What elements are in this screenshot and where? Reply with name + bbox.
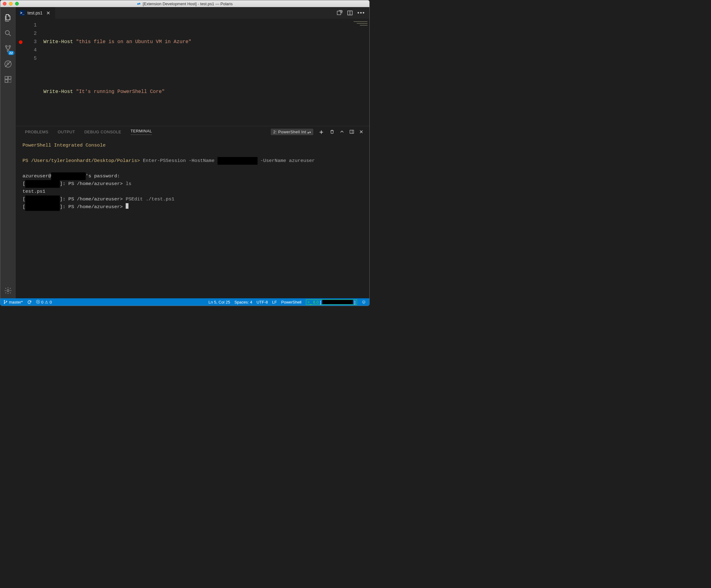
panel-up-icon[interactable] — [340, 129, 344, 134]
kill-terminal-icon[interactable] — [330, 129, 335, 135]
eol-status[interactable]: LF — [272, 300, 277, 304]
window-title: ⇌ [Extension Development Host] - test.ps… — [0, 2, 369, 6]
code-token: "It's running PowerShell Core" — [76, 89, 165, 94]
svg-rect-16 — [350, 130, 354, 134]
redacted-hostname: xxxxxxxxxxxxxx — [217, 157, 258, 165]
titlebar: ⇌ [Extension Development Host] - test.ps… — [0, 0, 369, 7]
terminal-header: PowerShell Integrated Console — [22, 142, 106, 148]
activity-bar: 22 — [0, 7, 16, 298]
encoding-status[interactable]: UTF-8 — [257, 300, 268, 304]
panel-maximize-icon[interactable] — [349, 129, 354, 134]
prompt-icon: >_ — [307, 300, 312, 304]
tab-test-ps1[interactable]: >_ test.ps1 ✕ — [16, 7, 55, 19]
terminal-cursor — [126, 203, 128, 209]
svg-point-0 — [5, 30, 9, 35]
line-number: 3 — [34, 39, 37, 45]
extensions-icon[interactable] — [0, 72, 16, 87]
ps-version-label: 6.0 — [313, 300, 319, 304]
zoom-window-button[interactable] — [15, 2, 19, 5]
editor-group: >_ test.ps1 ✕ ••• 1 — [16, 7, 369, 298]
sync-icon[interactable] — [27, 300, 32, 304]
split-editor-icon[interactable] — [347, 10, 353, 16]
window-title-text: [Extension Development Host] - test.ps1 … — [143, 2, 233, 6]
svg-point-2 — [5, 46, 7, 47]
terminal-command: Enter-PSSession -HostName xxxxxxxxxxxxxx… — [143, 158, 315, 163]
svg-line-6 — [5, 61, 11, 67]
redacted-host: xxxxxxxxxxxx — [25, 180, 60, 188]
svg-point-18 — [4, 300, 5, 301]
language-mode[interactable]: PowerShell — [281, 300, 302, 304]
cursor-position[interactable]: Ln 5, Col 25 — [209, 300, 230, 304]
terminal-selector-label: 2: PowerShell Int — [273, 130, 306, 134]
code-content[interactable]: Write-Host "this file is on an Ubuntu VM… — [43, 19, 352, 126]
svg-rect-9 — [5, 80, 8, 83]
powershell-file-icon: >_ — [19, 10, 25, 16]
powershell-version[interactable]: >_ 6.0 [] — [306, 299, 357, 305]
tab-bar: >_ test.ps1 ✕ ••• — [16, 7, 369, 19]
tab-label: test.ps1 — [27, 10, 43, 15]
close-window-button[interactable] — [3, 2, 6, 5]
error-icon: ⓧ — [36, 299, 40, 305]
line-number: 1 — [16, 21, 37, 29]
more-actions-icon[interactable]: ••• — [357, 10, 365, 16]
tab-terminal[interactable]: TERMINAL — [131, 129, 152, 135]
tab-debug-console[interactable]: DEBUG CONSOLE — [84, 130, 121, 134]
panel-tabs: PROBLEMS OUTPUT DEBUG CONSOLE TERMINAL 2… — [16, 126, 369, 137]
svg-rect-7 — [5, 76, 8, 79]
close-tab-icon[interactable]: ✕ — [45, 10, 51, 16]
problems-status[interactable]: ⓧ0 ⚠0 — [36, 299, 52, 305]
svg-point-20 — [6, 301, 7, 302]
terminal-selector[interactable]: 2: PowerShell Int ▴▾ — [271, 129, 313, 135]
error-count: 0 — [41, 300, 43, 304]
terminal-content[interactable]: PowerShell Integrated Console PS /Users/… — [16, 137, 369, 298]
prompt-path: PS /Users/tylerleonhardt/Desktop/Polaris… — [22, 158, 140, 163]
line-number: 5 — [16, 54, 37, 63]
vscode-icon: ⇌ — [137, 2, 141, 6]
warning-count: 0 — [49, 300, 52, 304]
debug-icon[interactable] — [0, 56, 16, 72]
tab-output[interactable]: OUTPUT — [58, 130, 75, 134]
source-control-icon[interactable]: 22 — [0, 41, 16, 56]
redacted-host: xxxxxxxxxxxx — [25, 196, 60, 203]
ls-output: test.ps1 — [22, 189, 45, 194]
settings-gear-icon[interactable] — [0, 283, 16, 298]
terminal-command: PSEdit ./test.ps1 — [126, 197, 174, 202]
redacted-version-detail — [322, 300, 353, 304]
password-prompt: azureuser@xxxxxxxxxxxx's password: — [22, 173, 120, 179]
svg-rect-8 — [8, 76, 11, 79]
app-window: ⇌ [Extension Development Host] - test.ps… — [0, 0, 370, 306]
diff-icon[interactable] — [337, 10, 343, 16]
svg-line-1 — [9, 34, 10, 36]
code-editor[interactable]: 1 2 3 4 5 Write-Host "this file is on an… — [16, 19, 369, 126]
bottom-panel: PROBLEMS OUTPUT DEBUG CONSOLE TERMINAL 2… — [16, 126, 369, 298]
minimap[interactable] — [352, 19, 369, 126]
remote-line: [xxxxxxxxxxxx]: PS /home/azureuser> PSEd… — [22, 197, 174, 202]
svg-point-19 — [4, 303, 5, 304]
svg-point-11 — [7, 290, 9, 292]
minimize-window-button[interactable] — [9, 2, 13, 5]
svg-point-3 — [9, 46, 10, 47]
tab-problems[interactable]: PROBLEMS — [25, 130, 48, 134]
code-token: Write-Host — [43, 89, 73, 94]
panel-actions: 2: PowerShell Int ▴▾ ＋ ✕ — [271, 128, 363, 136]
window-controls — [3, 2, 19, 5]
breakpoint-icon[interactable] — [19, 40, 22, 44]
line-number: 4 — [16, 46, 37, 54]
gutter: 1 2 3 4 5 — [16, 19, 43, 126]
indentation-status[interactable]: Spaces: 4 — [234, 300, 252, 304]
code-token: Write-Host — [43, 39, 73, 45]
search-icon[interactable] — [0, 26, 16, 41]
branch-name: master* — [9, 300, 23, 304]
warning-icon: ⚠ — [45, 300, 48, 304]
line-number: 2 — [16, 29, 37, 38]
explorer-icon[interactable] — [0, 10, 16, 26]
new-terminal-icon[interactable]: ＋ — [318, 128, 325, 136]
redacted-host: xxxxxxxxxxxx — [25, 203, 60, 211]
remote-line: [xxxxxxxxxxxx]: PS /home/azureuser> — [22, 204, 128, 210]
svg-rect-10 — [8, 80, 11, 83]
remote-line: [xxxxxxxxxxxx]: PS /home/azureuser> ls — [22, 181, 132, 186]
redacted-host: xxxxxxxxxxxx — [51, 173, 86, 180]
feedback-icon[interactable]: ☺ — [361, 299, 366, 305]
close-panel-icon[interactable]: ✕ — [359, 129, 364, 135]
git-branch[interactable]: master* — [3, 300, 23, 304]
